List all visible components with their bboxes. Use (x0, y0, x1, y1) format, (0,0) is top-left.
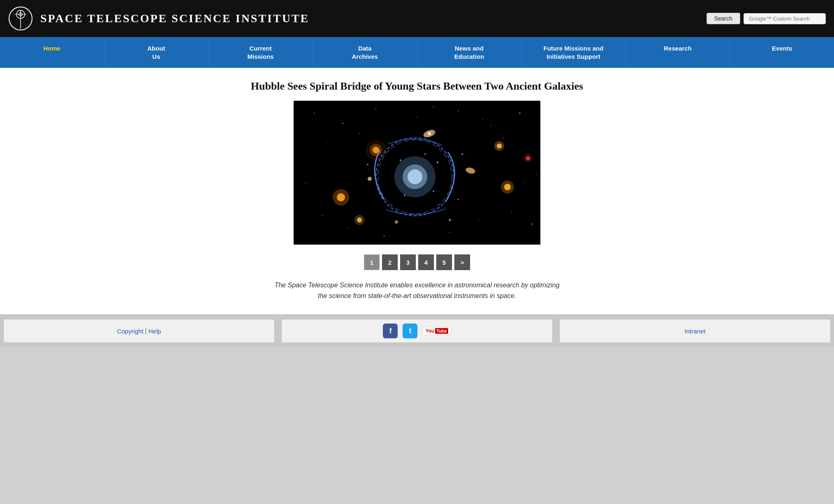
main-content: Hubble Sees Spiral Bridge of Young Stars… (0, 68, 834, 314)
site-description: The Space Telescope Science Institute en… (273, 280, 561, 301)
svg-point-21 (449, 232, 450, 233)
svg-point-55 (433, 190, 434, 192)
article-title: Hubble Sees Spiral Bridge of Young Stars… (8, 80, 826, 92)
svg-point-40 (394, 156, 436, 197)
page-btn-1[interactable]: 1 (364, 254, 380, 270)
svg-point-53 (437, 162, 438, 163)
svg-point-17 (306, 183, 306, 183)
youtube-inner: You Tube (425, 328, 448, 334)
svg-point-35 (494, 141, 504, 151)
svg-point-10 (458, 111, 459, 111)
page-btn-3[interactable]: 3 (400, 254, 416, 270)
svg-point-44 (333, 189, 349, 206)
copyright-link[interactable]: Copyright (117, 328, 143, 335)
svg-point-58 (457, 199, 459, 200)
svg-point-8 (375, 109, 376, 109)
galaxy-image (294, 101, 540, 245)
svg-point-59 (367, 164, 368, 165)
logo-area: SPACE TELESCOPE SCIENCE INSTITUTE (8, 6, 707, 31)
youtube-icon[interactable]: You Tube (422, 327, 451, 335)
page-btn-5[interactable]: 5 (436, 254, 452, 270)
svg-point-60 (461, 153, 463, 155)
facebook-label: f (389, 327, 392, 335)
svg-point-33 (428, 132, 431, 135)
svg-point-24 (532, 224, 533, 225)
svg-point-23 (511, 211, 512, 212)
svg-point-14 (359, 133, 360, 134)
search-button[interactable]: Search (707, 13, 740, 24)
svg-point-13 (326, 141, 327, 142)
svg-point-9 (417, 117, 417, 118)
svg-point-49 (395, 220, 398, 224)
footer-right: Intranet (559, 319, 831, 343)
footer-separator-1: | (145, 327, 147, 335)
nav-item-future-missions[interactable]: Future Missions andInitiatives Support (521, 37, 626, 68)
youtube-you: You (425, 328, 434, 334)
search-area: Search (707, 13, 826, 24)
youtube-tube: Tube (435, 328, 448, 334)
galaxy-svg (294, 101, 540, 245)
svg-point-12 (519, 113, 521, 114)
footer-left: Copyright | Help (3, 319, 275, 343)
site-header: SPACE TELESCOPE SCIENCE INSTITUTE Search (0, 0, 834, 37)
svg-point-19 (347, 228, 348, 229)
nav-item-about[interactable]: AboutUs (104, 37, 209, 68)
page-btn-next[interactable]: > (454, 254, 470, 270)
svg-point-57 (424, 153, 426, 155)
nav-item-home[interactable]: Home (0, 37, 104, 68)
svg-point-11 (491, 125, 491, 126)
svg-point-20 (384, 236, 385, 237)
search-input[interactable] (744, 13, 826, 24)
svg-point-27 (433, 106, 434, 107)
nav-item-research[interactable]: Research (626, 37, 730, 68)
footer-social: f t You Tube (281, 319, 553, 343)
page-btn-2[interactable]: 2 (382, 254, 398, 270)
site-title: SPACE TELESCOPE SCIENCE INSTITUTE (40, 12, 309, 25)
svg-point-22 (478, 220, 479, 220)
help-link[interactable]: Help (148, 328, 161, 335)
svg-point-26 (536, 174, 537, 175)
svg-point-28 (482, 119, 483, 120)
svg-point-37 (524, 154, 532, 162)
nav-item-news-education[interactable]: News andEducation (417, 37, 522, 68)
nav-item-events[interactable]: Events (730, 37, 834, 68)
nav-item-current-missions[interactable]: CurrentMissions (208, 37, 313, 68)
site-footer: Copyright | Help f t You Tube Intranet (0, 314, 834, 347)
svg-point-54 (400, 160, 401, 161)
svg-point-6 (314, 113, 315, 113)
stsci-logo-icon (8, 6, 33, 31)
svg-point-46 (354, 215, 364, 225)
svg-point-25 (524, 183, 524, 183)
facebook-icon[interactable]: f (383, 324, 398, 338)
svg-point-7 (343, 123, 344, 124)
pagination: 1 2 3 4 5 > (8, 254, 826, 270)
svg-point-47 (368, 177, 372, 181)
svg-point-18 (322, 215, 323, 216)
main-nav: Home AboutUs CurrentMissions DataArchive… (0, 37, 834, 68)
twitter-label: t (409, 327, 411, 335)
page-btn-4[interactable]: 4 (418, 254, 434, 270)
svg-point-56 (404, 194, 405, 196)
twitter-icon[interactable]: t (403, 324, 417, 338)
svg-point-31 (366, 140, 386, 160)
intranet-link[interactable]: Intranet (685, 328, 706, 335)
svg-point-50 (449, 219, 451, 221)
nav-item-data-archives[interactable]: DataArchives (313, 37, 417, 68)
svg-point-52 (501, 180, 514, 194)
svg-point-15 (503, 137, 504, 138)
